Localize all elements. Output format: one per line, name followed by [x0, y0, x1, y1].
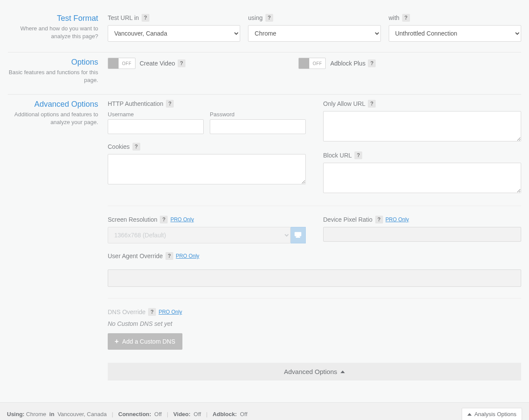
help-icon[interactable]: ? [132, 143, 140, 151]
help-icon[interactable]: ? [402, 14, 410, 22]
help-icon[interactable]: ? [166, 100, 174, 108]
browser-select[interactable]: Chrome [248, 25, 380, 42]
cookies-textarea[interactable] [108, 154, 306, 184]
advanced-description: Additional options and features to analy… [8, 111, 98, 126]
adblock-toggle[interactable]: OFF [298, 58, 326, 69]
only-allow-url-label: Only Allow URL [323, 100, 365, 107]
password-label: Password [210, 111, 306, 118]
help-icon[interactable]: ? [178, 59, 185, 67]
cookies-label: Cookies [108, 143, 130, 150]
with-label: with [389, 14, 400, 21]
section-advanced-options: Advanced Options Additional options and … [8, 95, 521, 391]
help-icon[interactable]: ? [148, 308, 156, 316]
advanced-options-collapse-bar[interactable]: Advanced Options [108, 363, 521, 381]
username-label: Username [108, 111, 204, 118]
password-input[interactable] [210, 119, 306, 134]
help-icon[interactable]: ? [142, 14, 149, 22]
options-description: Basic features and functions for this pa… [8, 69, 98, 84]
user-agent-input [108, 269, 521, 287]
block-url-textarea[interactable] [323, 163, 521, 193]
monitor-icon [294, 232, 302, 239]
device-pixel-ratio-input [323, 227, 521, 242]
svg-rect-0 [295, 232, 301, 236]
advanced-title: Advanced Options [8, 100, 98, 109]
device-pixel-ratio-label: Device Pixel Ratio [323, 216, 373, 223]
plus-icon: + [115, 338, 119, 345]
screen-resolution-label: Screen Resolution [108, 216, 157, 223]
no-custom-dns-text: No Custom DNS set yet [108, 320, 521, 327]
analysis-options-button[interactable]: Analysis Options [462, 408, 522, 420]
pro-only-link[interactable]: PRO Only [176, 253, 199, 259]
test-format-title: Test Format [8, 14, 98, 23]
chevron-up-icon [341, 371, 345, 373]
test-format-description: Where and how do you want to analyze thi… [8, 25, 98, 40]
block-url-label: Block URL [323, 152, 352, 159]
footer-bar: Using: Chrome in Vancouver, Canada | Con… [0, 402, 529, 420]
connection-select[interactable]: Unthrottled Connection [389, 25, 521, 42]
footer-summary: Using: Chrome in Vancouver, Canada | Con… [7, 411, 248, 417]
help-icon[interactable]: ? [165, 252, 173, 260]
location-select[interactable]: Vancouver, Canada [108, 25, 240, 42]
help-icon[interactable]: ? [375, 216, 383, 223]
options-title: Options [8, 58, 98, 67]
pro-only-link[interactable]: PRO Only [170, 217, 194, 223]
user-agent-label: User Agent Override [108, 253, 163, 259]
help-icon[interactable]: ? [368, 100, 376, 108]
dns-override-label: DNS Override [108, 308, 145, 315]
chevron-up-icon [467, 413, 472, 416]
using-label: using [248, 14, 262, 21]
add-custom-dns-button[interactable]: + Add a Custom DNS [108, 333, 182, 350]
pro-only-link[interactable]: PRO Only [386, 217, 409, 223]
screen-preview-button[interactable] [291, 227, 306, 243]
help-icon[interactable]: ? [368, 59, 376, 67]
test-url-label: Test URL in [108, 14, 139, 21]
username-input[interactable] [108, 119, 204, 134]
svg-rect-2 [296, 236, 300, 237]
section-test-format: Test Format Where and how do you want to… [8, 9, 521, 52]
section-options: Options Basic features and functions for… [8, 52, 521, 95]
help-icon[interactable]: ? [160, 216, 168, 223]
pro-only-link[interactable]: PRO Only [159, 309, 182, 315]
http-auth-label: HTTP Authentication [108, 100, 163, 107]
help-icon[interactable]: ? [354, 151, 362, 159]
create-video-label: Create Video [140, 60, 175, 67]
create-video-toggle[interactable]: OFF [108, 58, 136, 69]
only-allow-url-textarea[interactable] [323, 111, 521, 141]
help-icon[interactable]: ? [265, 14, 273, 22]
screen-resolution-select: 1366x768 (Default) [108, 227, 291, 243]
adblock-label: Adblock Plus [330, 60, 365, 67]
